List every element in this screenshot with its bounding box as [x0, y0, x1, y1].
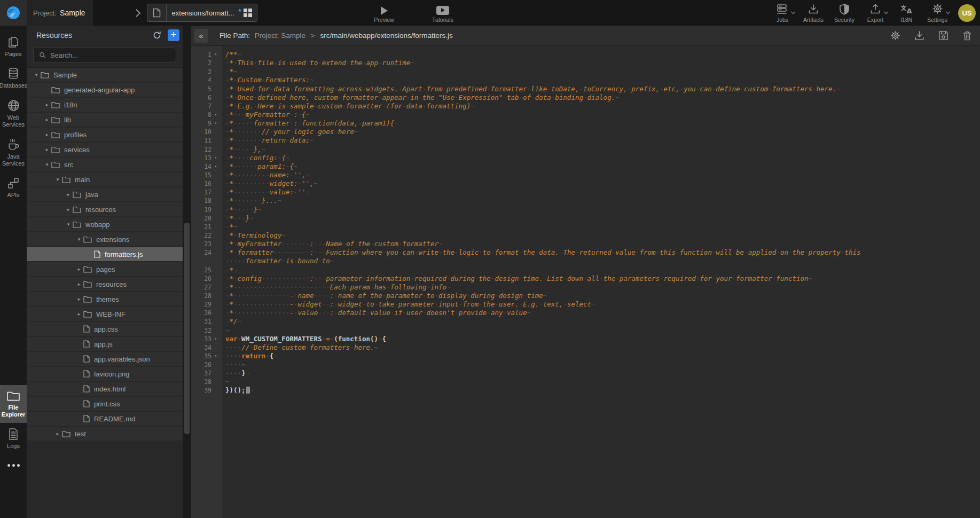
tree-item-pages[interactable]: ▸pages: [27, 262, 183, 276]
tree-item-src[interactable]: ▾src: [27, 158, 183, 171]
code-text[interactable]: ·*························Each·param·has…: [222, 283, 980, 292]
code-text[interactable]: ·*··············-·name····:·name·of·the·…: [222, 292, 980, 300]
expand-arrow-icon[interactable]: ▾: [53, 177, 62, 182]
code-text[interactable]: ·*·····formatter·:·function(data,·param1…: [222, 119, 980, 128]
code-text[interactable]: ····return·{¬: [222, 352, 980, 360]
fold-arrow-icon[interactable]: ▾: [211, 119, 220, 128]
export-button[interactable]: Export: [862, 1, 889, 25]
rail-item-logs[interactable]: Logs: [0, 423, 27, 454]
code-text[interactable]: var·WM_CUSTOM_FORMATTERS·=·(function()·{…: [222, 335, 980, 343]
download-file-button[interactable]: [914, 30, 925, 41]
tree-item-themes[interactable]: ▸themes: [27, 292, 183, 306]
expand-arrow-icon[interactable]: ▸: [64, 207, 73, 212]
tree-item-extensions[interactable]: ▾extensions: [27, 232, 183, 246]
code-text[interactable]: ·*/¬: [222, 317, 980, 326]
fold-arrow-icon[interactable]: ▾: [211, 162, 220, 171]
open-file-tab[interactable]: extensions/formatt... *: [147, 4, 257, 22]
chevron-right-icon[interactable]: [132, 9, 140, 17]
expand-arrow-icon[interactable]: ▸: [43, 102, 51, 107]
fold-arrow-icon[interactable]: ▾: [211, 335, 220, 343]
project-selector[interactable]: Project: Sample: [27, 0, 93, 26]
settings-button[interactable]: Settings: [924, 1, 951, 25]
tree-item-index-html[interactable]: index.html: [27, 382, 183, 396]
code-text[interactable]: ·*·········value:·''¬: [222, 188, 980, 197]
expand-arrow-icon[interactable]: ▸: [53, 431, 62, 436]
code-text[interactable]: ····¬: [222, 360, 980, 369]
expand-arrow-icon[interactable]: ▸: [43, 132, 51, 137]
code-text[interactable]: })();¬: [222, 386, 980, 395]
tree-scrollbar[interactable]: [183, 26, 191, 518]
scrollbar-thumb[interactable]: [184, 223, 190, 434]
code-text[interactable]: ·*······param1:·{¬: [222, 162, 980, 171]
code-text[interactable]: ·*·····},¬: [222, 145, 980, 154]
expand-arrow-icon[interactable]: ▾: [32, 72, 41, 77]
tree-item-java[interactable]: ▸java: [27, 187, 183, 201]
tree-item-generated-angular-app[interactable]: generated-angular-app: [27, 83, 183, 97]
code-text[interactable]: ····//·Define·custom·formatters·here.¬: [222, 343, 980, 352]
rail-item-file-explorer[interactable]: File Explorer: [0, 385, 27, 423]
code-text[interactable]: ·*·······return·data;¬: [222, 136, 980, 145]
tree-item-formatters-js[interactable]: formatters.js: [27, 247, 183, 261]
code-text[interactable]: ·*·config············:···parameter·infor…: [222, 274, 980, 283]
code-text[interactable]: ·*···}¬: [222, 214, 980, 223]
tree-item-sample[interactable]: ▾Sample: [27, 68, 183, 82]
code-text[interactable]: ·*·······//·your·logic·goes·here¬: [222, 128, 980, 136]
jobs-button[interactable]: Jobs: [769, 1, 796, 25]
code-text[interactable]: ·*·Terminology¬: [222, 231, 980, 240]
code-text[interactable]: ·*·Custom·Formatters:¬: [222, 76, 980, 84]
expand-arrow-icon[interactable]: ▾: [43, 162, 51, 167]
artifacts-button[interactable]: Artifacts: [800, 1, 827, 25]
code-text[interactable]: ·····formatter·is·bound·to¬: [222, 257, 980, 265]
code-text[interactable]: ·*¬: [222, 223, 980, 231]
code-text[interactable]: ·*··············-·widget··:·widget·to·ta…: [222, 300, 980, 309]
expand-arrow-icon[interactable]: ▸: [75, 266, 83, 272]
code-text[interactable]: ·*·Once·defined·here,·custom·formatter·a…: [222, 93, 980, 102]
rail-item-web-services[interactable]: Web Services: [0, 94, 27, 133]
user-avatar[interactable]: US: [958, 4, 976, 22]
code-text[interactable]: ·*·········widget:·'',¬: [222, 179, 980, 188]
tree-item-web-inf[interactable]: ▸WEB-INF: [27, 307, 183, 321]
tree-item-app-variables-json[interactable]: app.variables.json: [27, 352, 183, 366]
expand-arrow-icon[interactable]: ▾: [75, 237, 83, 242]
expand-arrow-icon[interactable]: ▸: [75, 296, 83, 302]
tree-item-test[interactable]: ▸test: [27, 427, 183, 441]
file-settings-button[interactable]: [890, 30, 901, 41]
resources-search[interactable]: [33, 47, 176, 63]
tutorials-button[interactable]: Tutorials: [429, 1, 456, 25]
code-text[interactable]: ·*···myFormatter·:·{¬: [222, 111, 980, 119]
tree-item-resources[interactable]: ▸resources: [27, 202, 183, 216]
expand-arrow-icon[interactable]: ▸: [64, 192, 73, 197]
code-text[interactable]: ·*··············-·value···:·default·valu…: [222, 309, 980, 317]
refresh-button[interactable]: [151, 29, 163, 42]
expand-arrow-icon[interactable]: ▸: [43, 147, 51, 152]
code-text[interactable]: ·*·····}¬: [222, 206, 980, 214]
rail-item-pages[interactable]: Pages: [0, 31, 27, 62]
add-resource-button[interactable]: +: [168, 29, 179, 41]
code-text[interactable]: ·*¬: [222, 67, 980, 76]
code-text[interactable]: ¬: [222, 378, 980, 386]
save-file-button[interactable]: [938, 30, 949, 41]
code-text[interactable]: ·*····config:·{¬: [222, 154, 980, 162]
tree-item-i18n[interactable]: ▸i18n: [27, 98, 183, 112]
tree-item-webapp[interactable]: ▾webapp: [27, 217, 183, 231]
i18n-button[interactable]: A I18N: [893, 1, 920, 25]
code-text[interactable]: ·*·······}...¬: [222, 197, 980, 205]
grid-icon[interactable]: [244, 9, 252, 17]
code-text[interactable]: ·*¬: [222, 266, 980, 274]
tree-item-app-js[interactable]: app.js: [27, 337, 183, 351]
search-input[interactable]: [50, 51, 170, 59]
rail-item-databases[interactable]: Databases: [0, 62, 27, 94]
code-text[interactable]: ·*·········name:·'',¬: [222, 171, 980, 179]
code-text[interactable]: ¬: [222, 326, 980, 335]
tree-item-profiles[interactable]: ▸profiles: [27, 128, 183, 142]
fold-arrow-icon[interactable]: ▾: [211, 352, 220, 360]
expand-arrow-icon[interactable]: ▸: [75, 311, 83, 317]
rail-item-apis[interactable]: APIs: [0, 172, 27, 203]
collapse-panel-button[interactable]: «: [194, 29, 208, 43]
expand-arrow-icon[interactable]: ▾: [64, 222, 73, 227]
tree-item-favicon-png[interactable]: favicon.png: [27, 367, 183, 381]
app-logo[interactable]: [0, 0, 27, 26]
tree-item-resources[interactable]: ▸resources: [27, 277, 183, 291]
tree-item-readme-md[interactable]: README.md: [27, 412, 183, 426]
tree-item-app-css[interactable]: app.css: [27, 322, 183, 336]
